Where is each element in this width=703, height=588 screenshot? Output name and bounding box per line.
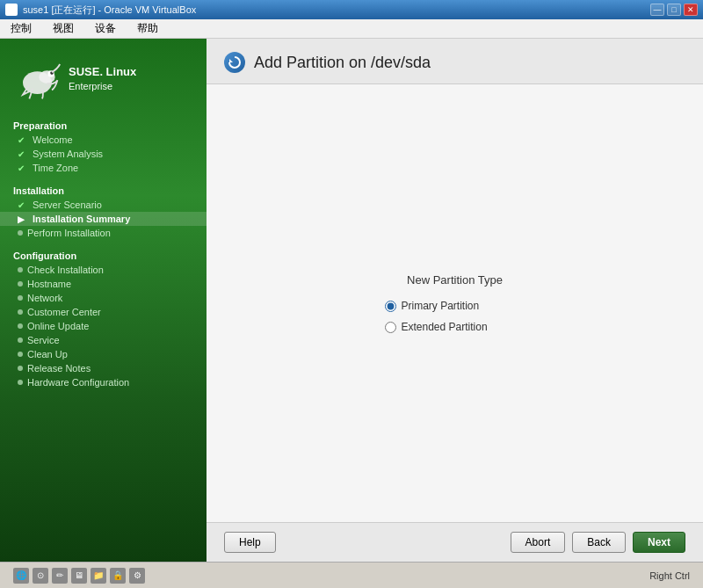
sidebar-item-label: Network: [27, 293, 62, 303]
bullet-icon: [18, 380, 23, 385]
suse-logo: SUSE. Linux Enterprise: [0, 47, 207, 113]
sidebar-item-welcome[interactable]: ✔ Welcome: [0, 133, 207, 147]
taskbar-icon-5[interactable]: 📁: [91, 568, 106, 584]
sidebar-item-label: Online Update: [27, 321, 89, 331]
taskbar-icon-1[interactable]: 🌐: [13, 568, 29, 584]
extended-partition-option[interactable]: Extended Partition: [385, 321, 525, 333]
arrow-icon: ▶: [18, 214, 28, 224]
content-area: Add Partition on /dev/sda New Partition …: [207, 39, 703, 562]
close-button[interactable]: ✕: [684, 4, 698, 16]
check-icon: ✔: [18, 163, 28, 173]
abort-button[interactable]: Abort: [511, 532, 566, 553]
sidebar-item-label: Customer Center: [27, 307, 101, 317]
sidebar-item-label: Check Installation: [27, 265, 104, 275]
sidebar-item-perform-installation[interactable]: Perform Installation: [0, 226, 207, 240]
sidebar-item-installation-summary[interactable]: ▶ Installation Summary: [0, 212, 207, 226]
sidebar-item-service[interactable]: Service: [0, 333, 207, 347]
taskbar-icon-3[interactable]: ✏: [52, 568, 68, 584]
content-body: New Partition Type Primary Partition Ext…: [207, 84, 703, 522]
sidebar-item-check-installation[interactable]: Check Installation: [0, 263, 207, 277]
action-buttons: Help Abort Back Next: [207, 522, 703, 562]
extended-partition-radio[interactable]: [385, 322, 396, 333]
refresh-icon: [228, 55, 242, 69]
sidebar-item-hardware-configuration[interactable]: Hardware Configuration: [0, 375, 207, 389]
bullet-icon: [18, 366, 23, 371]
sidebar-item-time-zone[interactable]: ✔ Time Zone: [0, 161, 207, 175]
taskbar-icon-6[interactable]: 🔒: [110, 568, 126, 584]
sidebar: SUSE. Linux Enterprise Preparation ✔ Wel…: [0, 39, 207, 562]
taskbar: 🌐 ⊙ ✏ 🖥 📁 🔒 ⚙ Right Ctrl: [0, 562, 703, 588]
bullet-icon: [18, 309, 23, 315]
right-ctrl-label: Right Ctrl: [649, 570, 690, 581]
nav-buttons: Abort Back Next: [511, 532, 685, 553]
sidebar-item-customer-center[interactable]: Customer Center: [0, 305, 207, 319]
sidebar-item-label: Welcome: [33, 134, 73, 145]
title-bar: suse1 [正在运行] - Oracle VM VirtualBox — □ …: [0, 0, 703, 19]
taskbar-icon-2[interactable]: ⊙: [33, 568, 48, 584]
sidebar-item-network[interactable]: Network: [0, 291, 207, 305]
sidebar-item-label: Perform Installation: [27, 228, 111, 238]
check-icon: ✔: [18, 149, 28, 159]
sidebar-section-installation: Installation ✔ Server Scenario ▶ Install…: [0, 178, 207, 243]
title-bar-left: suse1 [正在运行] - Oracle VM VirtualBox: [5, 4, 196, 17]
check-icon: ✔: [18, 135, 28, 145]
suse-text: SUSE. Linux Enterprise: [69, 65, 136, 92]
bullet-icon: [18, 323, 23, 329]
primary-partition-label: Primary Partition: [402, 300, 480, 312]
sidebar-item-hostname[interactable]: Hostname: [0, 277, 207, 291]
section-title-preparation: Preparation: [0, 117, 207, 133]
primary-partition-radio[interactable]: [385, 301, 396, 312]
sidebar-item-label: Hardware Configuration: [27, 377, 129, 388]
check-icon: ✔: [18, 200, 28, 210]
suse-edition: Enterprise: [69, 80, 136, 92]
next-button[interactable]: Next: [633, 532, 685, 553]
help-button[interactable]: Help: [224, 532, 276, 553]
sidebar-item-online-update[interactable]: Online Update: [0, 319, 207, 333]
page-title: Add Partition on /dev/sda: [254, 54, 431, 72]
sidebar-section-configuration: Configuration Check Installation Hostnam…: [0, 243, 207, 393]
menu-view[interactable]: 视图: [49, 19, 77, 38]
menu-bar: 控制 视图 设备 帮助: [0, 19, 703, 39]
sidebar-item-label: Hostname: [27, 279, 71, 289]
content-header: Add Partition on /dev/sda: [207, 39, 703, 84]
minimize-button[interactable]: —: [650, 4, 664, 16]
sidebar-item-system-analysis[interactable]: ✔ System Analysis: [0, 147, 207, 161]
back-button[interactable]: Back: [572, 532, 626, 553]
bullet-icon: [18, 230, 23, 236]
sidebar-item-label: Time Zone: [33, 163, 78, 173]
partition-form: New Partition Type Primary Partition Ext…: [385, 273, 525, 333]
app-icon: [5, 4, 18, 16]
menu-devices[interactable]: 设备: [91, 19, 120, 38]
partition-icon: [224, 52, 245, 73]
bullet-icon: [18, 352, 23, 357]
bullet-icon: [18, 295, 23, 301]
taskbar-icon-4[interactable]: 🖥: [71, 568, 87, 584]
taskbar-icon-7[interactable]: ⚙: [129, 568, 145, 584]
sidebar-item-server-scenario[interactable]: ✔ Server Scenario: [0, 198, 207, 212]
bullet-icon: [18, 338, 23, 343]
sidebar-item-label: Release Notes: [27, 363, 91, 374]
sidebar-item-clean-up[interactable]: Clean Up: [0, 347, 207, 361]
primary-partition-option[interactable]: Primary Partition: [385, 300, 525, 312]
menu-control[interactable]: 控制: [7, 19, 35, 38]
svg-marker-4: [229, 59, 233, 62]
chameleon-icon: [13, 54, 62, 103]
sidebar-item-label: Service: [27, 335, 60, 345]
maximize-button[interactable]: □: [667, 4, 681, 16]
sidebar-item-label: Server Scenario: [33, 200, 102, 210]
partition-type-label: New Partition Type: [407, 273, 503, 287]
sidebar-item-label: System Analysis: [33, 149, 103, 159]
title-bar-buttons[interactable]: — □ ✕: [650, 4, 698, 16]
main-window: SUSE. Linux Enterprise Preparation ✔ Wel…: [0, 39, 703, 562]
section-title-installation: Installation: [0, 182, 207, 198]
bullet-icon: [18, 267, 23, 272]
section-title-configuration: Configuration: [0, 247, 207, 263]
sidebar-item-release-notes[interactable]: Release Notes: [0, 361, 207, 375]
taskbar-icons: 🌐 ⊙ ✏ 🖥 📁 🔒 ⚙: [13, 568, 145, 584]
bullet-icon: [18, 281, 23, 287]
sidebar-item-label: Installation Summary: [33, 214, 130, 224]
suse-brand: SUSE. Linux: [69, 65, 136, 80]
menu-help[interactable]: 帮助: [134, 19, 162, 38]
window-title: suse1 [正在运行] - Oracle VM VirtualBox: [23, 4, 196, 17]
sidebar-section-preparation: Preparation ✔ Welcome ✔ System Analysis …: [0, 113, 207, 178]
